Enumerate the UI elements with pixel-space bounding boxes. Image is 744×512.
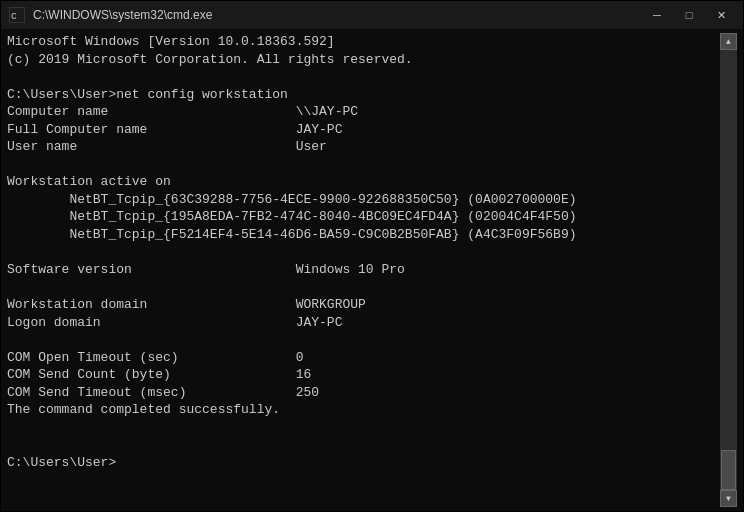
scrollbar-track[interactable] (720, 50, 737, 490)
titlebar-left: C C:\WINDOWS\system32\cmd.exe (9, 7, 212, 23)
close-button[interactable]: ✕ (707, 5, 735, 25)
scroll-up-button[interactable]: ▲ (720, 33, 737, 50)
scrollbar[interactable]: ▲ ▼ (720, 33, 737, 507)
terminal-body[interactable]: Microsoft Windows [Version 10.0.18363.59… (1, 29, 743, 511)
titlebar: C C:\WINDOWS\system32\cmd.exe ─ □ ✕ (1, 1, 743, 29)
scrollbar-thumb[interactable] (721, 450, 736, 490)
svg-text:C: C (11, 11, 17, 22)
scroll-down-button[interactable]: ▼ (720, 490, 737, 507)
minimize-button[interactable]: ─ (643, 5, 671, 25)
terminal-content: Microsoft Windows [Version 10.0.18363.59… (7, 33, 720, 507)
maximize-button[interactable]: □ (675, 5, 703, 25)
cmd-window: C C:\WINDOWS\system32\cmd.exe ─ □ ✕ Micr… (0, 0, 744, 512)
window-title: C:\WINDOWS\system32\cmd.exe (33, 8, 212, 22)
terminal-output: Microsoft Windows [Version 10.0.18363.59… (7, 33, 720, 472)
window-controls: ─ □ ✕ (643, 5, 735, 25)
cmd-icon: C (9, 7, 25, 23)
